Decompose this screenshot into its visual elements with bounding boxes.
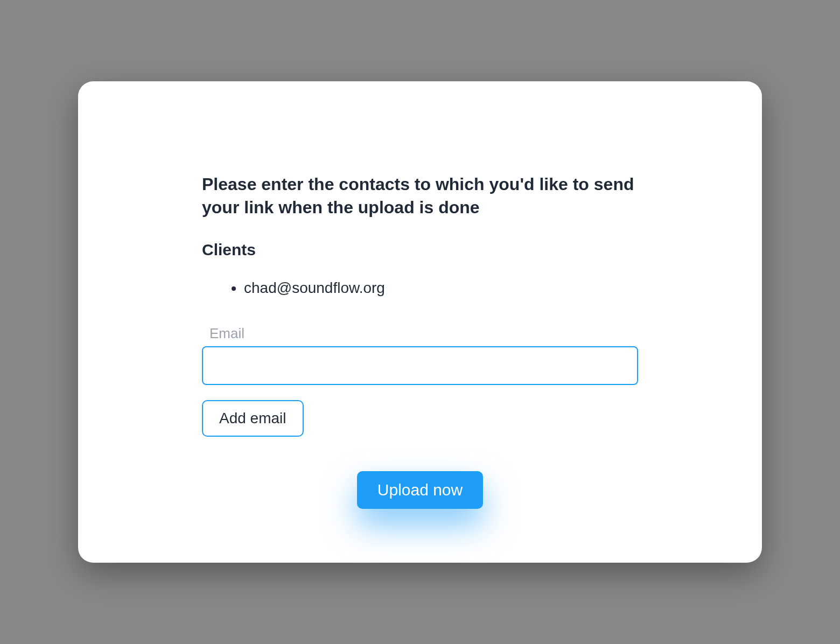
email-field[interactable]: [202, 346, 638, 385]
upload-row: Upload now: [202, 471, 638, 509]
add-email-button[interactable]: Add email: [202, 400, 304, 437]
modal-title: Please enter the contacts to which you'd…: [202, 173, 638, 219]
list-item: chad@soundflow.org: [244, 277, 638, 298]
email-field-label: Email: [202, 325, 638, 342]
clients-heading: Clients: [202, 241, 638, 259]
contacts-modal: Please enter the contacts to which you'd…: [78, 81, 762, 563]
upload-now-button[interactable]: Upload now: [357, 471, 483, 509]
clients-email-list: chad@soundflow.org: [202, 277, 638, 298]
